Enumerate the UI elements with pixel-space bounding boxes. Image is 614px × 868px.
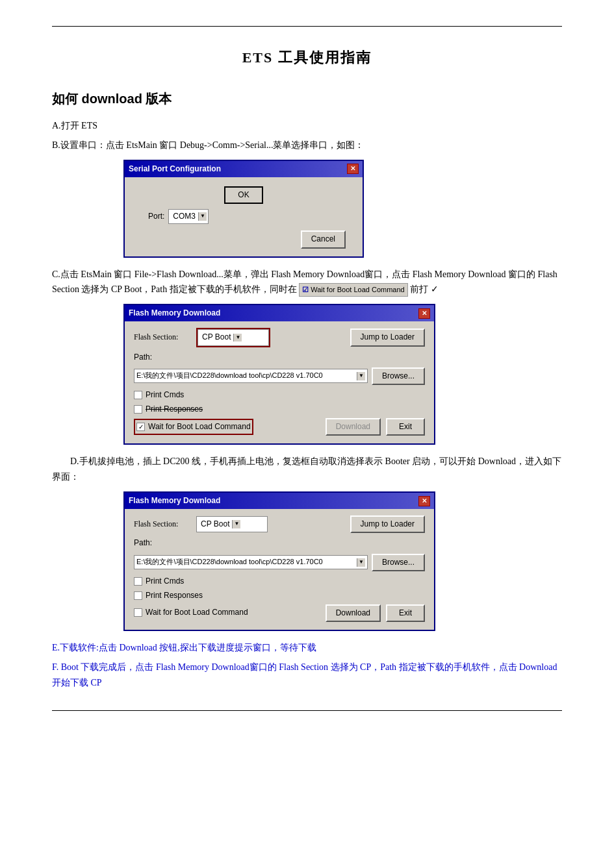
flash-dialog2-container: Flash Memory Download ✕ Flash Section: C… xyxy=(123,491,562,631)
flash-dialog2: Flash Memory Download ✕ Flash Section: C… xyxy=(123,491,435,631)
flash-section1-left: Flash Section: CP Boot ▼ xyxy=(134,328,270,347)
flash-dialog1-body: Flash Section: CP Boot ▼ Jump to Loader … xyxy=(125,321,434,443)
flash-dialog2-body: Flash Section: CP Boot ▼ Jump to Loader … xyxy=(125,509,434,630)
serial-ok-row: OK xyxy=(135,186,352,204)
flash-path2-label: Path: xyxy=(134,537,192,549)
flash-print-responses1-label: Print Responses xyxy=(146,403,203,415)
flash-section1-label: Flash Section: xyxy=(134,331,192,343)
inline-wait-checkbox-label: ☑Wait for Boot Load Command xyxy=(299,283,408,297)
flash-wait-boot1-checkbox-outlined: Wait for Boot Load Command xyxy=(134,419,253,435)
flash-section1-value: CP Boot xyxy=(199,330,233,344)
serial-dialog-container: Serial Port Configuration ✕ OK Port: COM… xyxy=(123,160,562,258)
serial-dialog-body: OK Port: COM3 ▼ Cancel xyxy=(125,177,363,256)
step-c: C.点击 EtsMain 窗口 File->Flash Download...菜… xyxy=(52,267,562,298)
top-border xyxy=(52,26,562,27)
flash-exit1-button[interactable]: Exit xyxy=(386,418,425,436)
flash-path2-input-row: E:\我的文件\项目\CD228\download tool\cp\CD228 … xyxy=(134,554,425,571)
serial-dialog-title: Serial Port Configuration xyxy=(129,163,221,175)
flash-bottom2-right: Download Exit xyxy=(326,604,425,622)
flash-section2-row: Flash Section: CP Boot ▼ Jump to Loader xyxy=(134,515,425,533)
serial-dialog-close-button[interactable]: ✕ xyxy=(347,164,359,174)
flash-section2-label: Flash Section: xyxy=(134,518,192,530)
flash-bottom1-right: Download Exit xyxy=(326,418,425,436)
flash-path1-value: E:\我的文件\项目\CD228\download tool\cp\CD228 … xyxy=(136,370,323,382)
flash-browse2-button[interactable]: Browse... xyxy=(372,554,425,571)
flash-dialog1-close-button[interactable]: ✕ xyxy=(418,308,430,319)
step-b: B.设置串口：点击 EtsMain 窗口 Debug->Comm->Serial… xyxy=(52,138,562,153)
flash-path2-arrow-icon: ▼ xyxy=(357,558,365,567)
flash-wait-boot1-label: Wait for Boot Load Command xyxy=(148,421,251,433)
flash-dialog2-title: Flash Memory Download xyxy=(129,495,220,507)
flash-dialog2-titlebar: Flash Memory Download ✕ xyxy=(125,493,434,509)
flash-section2-arrow-icon: ▼ xyxy=(232,520,240,528)
flash-wait-boot1-checkbox[interactable] xyxy=(136,423,145,431)
flash-path1-arrow-icon: ▼ xyxy=(357,372,365,380)
flash-bottom1-left: Wait for Boot Load Command xyxy=(134,419,253,435)
flash-print-cmds1-row: Print Cmds xyxy=(134,389,425,401)
flash-dialog2-close-button[interactable]: ✕ xyxy=(418,496,430,506)
flash-section2-value: CP Boot xyxy=(198,517,232,531)
flash-print-responses2-label: Print Responses xyxy=(146,589,203,602)
step-d: D.手机拔掉电池，插上 DC200 线，手机再插上电池，复选框自动取消选择表示 … xyxy=(52,454,562,485)
serial-dropdown-arrow-icon: ▼ xyxy=(198,212,207,221)
flash-print-cmds2-checkbox[interactable] xyxy=(134,577,142,586)
flash-print-cmds2-row: Print Cmds xyxy=(134,575,425,588)
flash-path1-label: Path: xyxy=(134,351,192,364)
flash-wait-boot2-label: Wait for Boot Load Command xyxy=(146,606,248,619)
step-e: E.下载软件:点击 Download 按钮,探出下载进度提示窗口，等待下载 xyxy=(52,640,562,656)
serial-port-label: Port: xyxy=(148,210,164,223)
flash-print-responses1-checkbox[interactable] xyxy=(134,405,142,414)
flash-dialog1: Flash Memory Download ✕ Flash Section: C… xyxy=(123,304,435,445)
flash-bottom2-row: Wait for Boot Load Command Download Exit xyxy=(134,604,425,622)
step-c-text2: 前打 ✓ xyxy=(410,284,439,294)
flash-print-responses1-row: Print Responses xyxy=(134,403,425,415)
flash-print-cmds2-label: Print Cmds xyxy=(146,575,184,588)
serial-cancel-button[interactable]: Cancel xyxy=(301,230,346,248)
flash-bottom1-row: Wait for Boot Load Command Download Exit xyxy=(134,418,425,436)
serial-dialog: Serial Port Configuration ✕ OK Port: COM… xyxy=(123,160,364,258)
flash-wait-boot2-checkbox[interactable] xyxy=(134,608,142,617)
flash-dialog2-jump-loader-button[interactable]: Jump to Loader xyxy=(350,515,425,533)
serial-port-dropdown[interactable]: COM3 ▼ xyxy=(168,209,209,224)
serial-cancel-row: Cancel xyxy=(135,230,352,248)
flash-section2-dropdown[interactable]: CP Boot ▼ xyxy=(196,516,268,532)
serial-dialog-titlebar: Serial Port Configuration ✕ xyxy=(125,161,363,177)
flash-path2-input[interactable]: E:\我的文件\项目\CD228\download tool\cp\CD228 … xyxy=(134,555,368,569)
flash-download2-button[interactable]: Download xyxy=(326,604,381,622)
flash-dialog1-title: Flash Memory Download xyxy=(129,307,220,319)
serial-port-row: Port: COM3 ▼ xyxy=(135,209,352,224)
flash-print-responses2-checkbox[interactable] xyxy=(134,591,142,600)
serial-port-value: COM3 xyxy=(170,210,198,223)
flash-path1-input-row: E:\我的文件\项目\CD228\download tool\cp\CD228 … xyxy=(134,367,425,385)
title-ets: ETS xyxy=(242,49,274,66)
flash-dialog1-titlebar: Flash Memory Download ✕ xyxy=(125,305,434,321)
bottom-border xyxy=(52,710,562,711)
flash-wait-boot2-row: Wait for Boot Load Command xyxy=(134,606,248,619)
flash-section1-arrow-icon: ▼ xyxy=(233,334,242,342)
page-title: ETS 工具使用指南 xyxy=(52,46,562,69)
flash-path2-row: Path: xyxy=(134,537,425,549)
section-title: 如何 download 版本 xyxy=(52,88,562,109)
flash-section1-row: Flash Section: CP Boot ▼ Jump to Loader xyxy=(134,328,425,347)
step-f: F. Boot 下载完成后，点击 Flash Memory Download窗口… xyxy=(52,660,562,691)
step-a: A.打开 ETS xyxy=(52,118,562,134)
flash-section2-left: Flash Section: CP Boot ▼ xyxy=(134,516,268,532)
flash-section1-dropdown[interactable]: CP Boot ▼ xyxy=(196,328,270,347)
flash-bottom2-left: Wait for Boot Load Command xyxy=(134,606,248,621)
flash-path2-value: E:\我的文件\项目\CD228\download tool\cp\CD228 … xyxy=(136,556,323,568)
flash-print-cmds1-label: Print Cmds xyxy=(146,389,184,401)
flash-download1-button: Download xyxy=(326,418,381,436)
flash-dialog1-jump-loader-button[interactable]: Jump to Loader xyxy=(350,329,425,346)
flash-exit2-button[interactable]: Exit xyxy=(386,604,425,622)
title-text: 工具使用指南 xyxy=(273,49,372,66)
flash-print-cmds1-checkbox[interactable] xyxy=(134,391,142,399)
flash-print-responses2-row: Print Responses xyxy=(134,589,425,602)
serial-ok-button[interactable]: OK xyxy=(224,186,263,204)
flash-path1-input[interactable]: E:\我的文件\项目\CD228\download tool\cp\CD228 … xyxy=(134,369,368,383)
flash-dialog1-container: Flash Memory Download ✕ Flash Section: C… xyxy=(123,304,562,445)
flash-browse1-button[interactable]: Browse... xyxy=(372,367,425,385)
flash-path1-row: Path: xyxy=(134,351,425,364)
